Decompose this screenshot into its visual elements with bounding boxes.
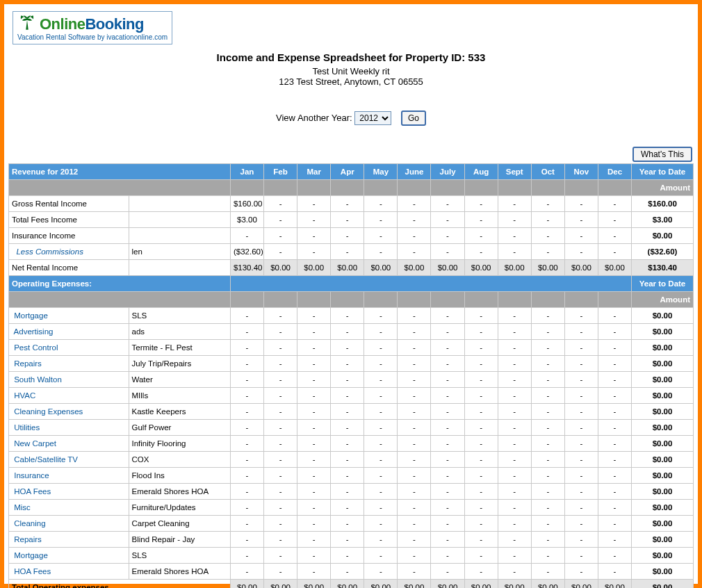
ytd-cell: $0.00	[632, 548, 694, 564]
month-header: Aug	[464, 164, 498, 180]
cell: -	[564, 436, 598, 452]
cell: -	[264, 420, 297, 436]
cell: -	[364, 548, 398, 564]
ytd-cell: ($32.60)	[632, 244, 694, 260]
cell: -	[464, 356, 498, 372]
cell: -	[531, 404, 564, 420]
ytd-cell: $0.00	[632, 420, 694, 436]
cell: -	[598, 500, 631, 516]
cell: -	[364, 500, 398, 516]
expense-row-label[interactable]: Insurance	[9, 468, 129, 484]
cell: -	[498, 484, 531, 500]
month-header: Oct	[531, 164, 564, 180]
cell: -	[464, 484, 498, 500]
cell: -	[230, 420, 263, 436]
cell: -	[398, 484, 431, 500]
expense-row-label[interactable]: HOA Fees	[9, 484, 129, 500]
revenue-row-label[interactable]: Less Commissions	[9, 244, 129, 260]
expense-row-label[interactable]: Cleaning	[9, 516, 129, 532]
cell: -	[598, 324, 631, 340]
cell: -	[598, 452, 631, 468]
cell: -	[264, 212, 297, 228]
cell: -	[531, 308, 564, 324]
cell: -	[364, 484, 398, 500]
cell: -	[398, 436, 431, 452]
cell: -	[297, 532, 331, 548]
cell: -	[398, 500, 431, 516]
expense-row-label[interactable]: HOA Fees	[9, 564, 129, 580]
expense-row-label[interactable]: Misc	[9, 500, 129, 516]
go-button[interactable]: Go	[401, 111, 426, 126]
cell: -	[598, 196, 631, 212]
expense-row-label[interactable]: Mortgage	[9, 308, 129, 324]
cell: -	[464, 548, 498, 564]
cell: -	[264, 372, 297, 388]
cell: -	[264, 388, 297, 404]
expense-row-label[interactable]: Repairs	[9, 532, 129, 548]
ytd-cell: $0.00	[632, 388, 694, 404]
cell: -	[464, 404, 498, 420]
expense-row-label[interactable]: Cleaning Expenses	[9, 404, 129, 420]
cell: $0.00	[364, 260, 398, 276]
cell: -	[531, 452, 564, 468]
expense-row-label[interactable]: Utilities	[9, 420, 129, 436]
cell: -	[431, 468, 464, 484]
cell: -	[598, 548, 631, 564]
revenue-row-vendor	[129, 228, 230, 244]
cell: -	[264, 436, 297, 452]
cell: -	[598, 212, 631, 228]
cell: -	[230, 484, 263, 500]
cell: $0.00	[598, 260, 631, 276]
cell: -	[564, 484, 598, 500]
expense-row-label[interactable]: New Carpet	[9, 436, 129, 452]
revenue-row-label: Total Fees Income	[9, 212, 129, 228]
cell: -	[564, 308, 598, 324]
expense-row-label[interactable]: HVAC	[9, 388, 129, 404]
cell: -	[364, 404, 398, 420]
cell: -	[364, 564, 398, 580]
expense-row-label[interactable]: Repairs	[9, 356, 129, 372]
ytd-cell: $0.00	[632, 532, 694, 548]
cell: -	[331, 452, 364, 468]
cell: -	[331, 516, 364, 532]
month-header: Apr	[331, 164, 364, 180]
ytd-cell: $0.00	[632, 308, 694, 324]
expense-row-label[interactable]: South Walton	[9, 372, 129, 388]
cell: -	[598, 340, 631, 356]
cell: -	[297, 484, 331, 500]
cell: -	[464, 372, 498, 388]
cell: -	[230, 436, 263, 452]
cell: $0.00	[364, 580, 398, 589]
year-select[interactable]: 2012	[354, 111, 391, 125]
year-label: View Another Year:	[276, 113, 352, 123]
cell: -	[564, 420, 598, 436]
cell: -	[431, 420, 464, 436]
cell: -	[297, 356, 331, 372]
cell: -	[498, 500, 531, 516]
cell: -	[230, 308, 263, 324]
cell: -	[431, 388, 464, 404]
cell: -	[598, 532, 631, 548]
expense-row-label[interactable]: Cable/Satellite TV	[9, 452, 129, 468]
cell: -	[398, 404, 431, 420]
ytd-cell: $0.00	[632, 468, 694, 484]
cell: -	[297, 372, 331, 388]
ytd-cell: $0.00	[632, 580, 694, 589]
logo-text-online: Online	[40, 15, 85, 33]
cell: -	[297, 324, 331, 340]
cell: -	[531, 196, 564, 212]
cell: -	[598, 372, 631, 388]
cell: -	[464, 516, 498, 532]
expense-row-vendor: SLS	[129, 308, 230, 324]
cell: -	[464, 532, 498, 548]
expense-row-vendor: Infinity Flooring	[129, 436, 230, 452]
ytd-cell: $0.00	[632, 516, 694, 532]
expense-row-label[interactable]: Pest Control	[9, 340, 129, 356]
cell: -	[297, 516, 331, 532]
cell: -	[564, 356, 598, 372]
cell: $130.40	[230, 260, 263, 276]
expense-row-label[interactable]: Advertising	[9, 324, 129, 340]
whats-this-button[interactable]: What's This	[632, 147, 692, 162]
expense-row-label[interactable]: Mortgage	[9, 548, 129, 564]
cell: -	[531, 340, 564, 356]
